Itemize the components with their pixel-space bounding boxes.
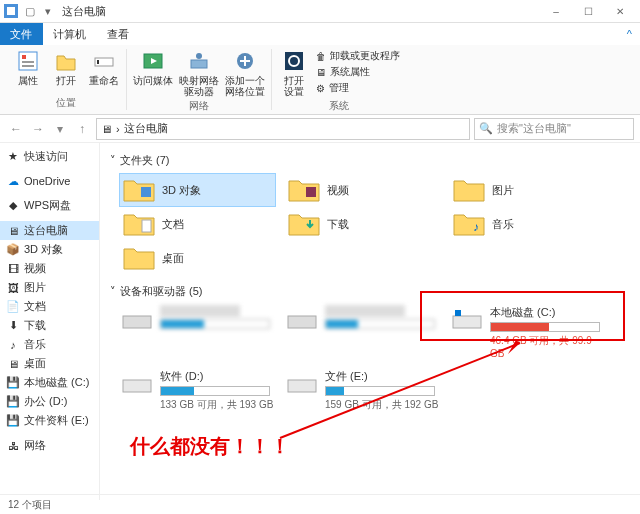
section-folders[interactable]: ˅文件夹 (7) bbox=[110, 153, 630, 168]
breadcrumb-thispc[interactable]: 这台电脑 bbox=[124, 121, 168, 136]
folder-documents[interactable]: 文档 bbox=[120, 208, 275, 240]
drive-d[interactable]: 软件 (D:) 133 GB 可用，共 193 GB bbox=[120, 369, 275, 412]
qat-item[interactable]: ▢ bbox=[22, 3, 38, 19]
tab-file[interactable]: 文件 bbox=[0, 23, 43, 45]
folder-icon bbox=[122, 176, 156, 204]
annotation-box bbox=[420, 291, 625, 341]
wps-icon: ◆ bbox=[6, 199, 20, 213]
manage-button[interactable]: ⚙管理 bbox=[316, 81, 400, 95]
picture-icon: 🖼 bbox=[6, 281, 20, 295]
access-media-button[interactable]: 访问媒体 bbox=[133, 49, 173, 97]
svg-text:♪: ♪ bbox=[473, 220, 479, 234]
search-input[interactable]: 🔍 搜索"这台电脑" bbox=[474, 118, 634, 140]
manage-icon: ⚙ bbox=[316, 83, 325, 94]
folder-icon bbox=[122, 210, 156, 238]
window-title: 这台电脑 bbox=[62, 4, 106, 19]
svg-rect-10 bbox=[191, 60, 207, 68]
svg-rect-16 bbox=[306, 187, 316, 197]
open-settings-button[interactable]: 打开 设置 bbox=[278, 49, 310, 97]
group-label-system: 系统 bbox=[329, 99, 349, 113]
folder-videos[interactable]: 视频 bbox=[285, 174, 440, 206]
folder-3dobjects[interactable]: 3D 对象 bbox=[120, 174, 275, 206]
forward-button[interactable]: → bbox=[28, 119, 48, 139]
quick-access-toolbar: ▢ ▾ bbox=[22, 3, 56, 19]
ribbon-group-network: 访问媒体 映射网络 驱动器 添加一个 网络位置 网络 bbox=[127, 49, 272, 110]
drive-icon: 💾 bbox=[6, 395, 20, 409]
document-icon: 📄 bbox=[6, 300, 20, 314]
video-icon: 🎞 bbox=[6, 262, 20, 276]
rename-button[interactable]: 重命名 bbox=[88, 49, 120, 86]
properties-icon bbox=[16, 49, 40, 73]
sidebar-item-wps[interactable]: ◆WPS网盘 bbox=[0, 196, 99, 215]
close-button[interactable]: ✕ bbox=[604, 0, 636, 23]
sidebar-item-quick-access[interactable]: ★快速访问 bbox=[0, 147, 99, 166]
chevron-down-icon: ˅ bbox=[110, 285, 116, 298]
content-pane: ˅文件夹 (7) 3D 对象 视频 图片 文档 下载 ♪音乐 桌面 ˅设备和驱动… bbox=[100, 143, 640, 500]
pc-icon: 🖥 bbox=[101, 123, 112, 135]
sidebar-item-music[interactable]: ♪音乐 bbox=[0, 335, 99, 354]
ribbon-collapse-icon[interactable]: ^ bbox=[619, 23, 640, 45]
network-drive-icon bbox=[187, 49, 211, 73]
breadcrumb[interactable]: 🖥 › 这台电脑 bbox=[96, 118, 470, 140]
sidebar-item-pictures[interactable]: 🖼图片 bbox=[0, 278, 99, 297]
qat-dropdown[interactable]: ▾ bbox=[40, 3, 56, 19]
map-network-button[interactable]: 映射网络 驱动器 bbox=[179, 49, 219, 97]
back-button[interactable]: ← bbox=[6, 119, 26, 139]
folder-desktop[interactable]: 桌面 bbox=[120, 242, 275, 274]
group-label-location: 位置 bbox=[56, 96, 76, 110]
status-bar: 12 个项目 bbox=[0, 494, 640, 514]
sidebar-item-office[interactable]: 💾办公 (D:) bbox=[0, 392, 99, 411]
drive-icon bbox=[120, 305, 154, 333]
drive-icon: 💾 bbox=[6, 414, 20, 428]
drive-icon: 💾 bbox=[6, 376, 20, 390]
sidebar-item-desktop[interactable]: 🖥桌面 bbox=[0, 354, 99, 373]
drive-icon bbox=[285, 369, 319, 397]
app-icon bbox=[4, 4, 18, 18]
sysprops-icon: 🖥 bbox=[316, 67, 326, 78]
uninstall-icon: 🗑 bbox=[316, 51, 326, 62]
open-button[interactable]: 打开 bbox=[50, 49, 82, 86]
svg-rect-19 bbox=[123, 316, 151, 328]
svg-rect-7 bbox=[97, 60, 99, 64]
folder-pictures[interactable]: 图片 bbox=[450, 174, 605, 206]
search-icon: 🔍 bbox=[479, 122, 493, 135]
system-properties-button[interactable]: 🖥系统属性 bbox=[316, 65, 400, 79]
drive-hidden-2[interactable]: ████ bbox=[285, 305, 440, 359]
drive-icon bbox=[285, 305, 319, 333]
properties-button[interactable]: 属性 bbox=[12, 49, 44, 86]
titlebar: ▢ ▾ 这台电脑 – ☐ ✕ bbox=[0, 0, 640, 23]
sidebar-item-onedrive[interactable]: ☁OneDrive bbox=[0, 172, 99, 190]
folder-icon bbox=[452, 176, 486, 204]
recent-dropdown[interactable]: ▾ bbox=[50, 119, 70, 139]
folder-music[interactable]: ♪音乐 bbox=[450, 208, 605, 240]
sidebar-item-localc[interactable]: 💾本地磁盘 (C:) bbox=[0, 373, 99, 392]
sidebar-item-videos[interactable]: 🎞视频 bbox=[0, 259, 99, 278]
sidebar-item-network[interactable]: 🖧网络 bbox=[0, 436, 99, 455]
drive-e[interactable]: 文件 (E:) 159 GB 可用，共 192 GB bbox=[285, 369, 440, 412]
add-location-button[interactable]: 添加一个 网络位置 bbox=[225, 49, 265, 97]
uninstall-programs-button[interactable]: 🗑卸载或更改程序 bbox=[316, 49, 400, 63]
tab-computer[interactable]: 计算机 bbox=[43, 23, 97, 45]
sidebar-item-thispc[interactable]: 🖥这台电脑 bbox=[0, 221, 99, 240]
chevron-down-icon: ˅ bbox=[110, 154, 116, 167]
sidebar-item-documents[interactable]: 📄文档 bbox=[0, 297, 99, 316]
drive-hidden-1[interactable]: ████ bbox=[120, 305, 275, 359]
media-icon bbox=[141, 49, 165, 73]
group-label-network: 网络 bbox=[189, 99, 209, 113]
up-button[interactable]: ↑ bbox=[72, 119, 92, 139]
drive-e-bar bbox=[325, 386, 435, 396]
tab-view[interactable]: 查看 bbox=[97, 23, 140, 45]
music-icon: ♪ bbox=[6, 338, 20, 352]
svg-rect-3 bbox=[22, 55, 26, 59]
folder-downloads[interactable]: 下载 bbox=[285, 208, 440, 240]
drive-icon bbox=[120, 369, 154, 397]
maximize-button[interactable]: ☐ bbox=[572, 0, 604, 23]
main-area: ★快速访问 ☁OneDrive ◆WPS网盘 🖥这台电脑 📦3D 对象 🎞视频 … bbox=[0, 143, 640, 500]
folder-icon bbox=[287, 176, 321, 204]
svg-rect-17 bbox=[142, 220, 151, 232]
minimize-button[interactable]: – bbox=[540, 0, 572, 23]
cube-icon: 📦 bbox=[6, 243, 20, 257]
sidebar-item-downloads[interactable]: ⬇下载 bbox=[0, 316, 99, 335]
sidebar-item-docse[interactable]: 💾文件资料 (E:) bbox=[0, 411, 99, 430]
sidebar-item-3dobjects[interactable]: 📦3D 对象 bbox=[0, 240, 99, 259]
